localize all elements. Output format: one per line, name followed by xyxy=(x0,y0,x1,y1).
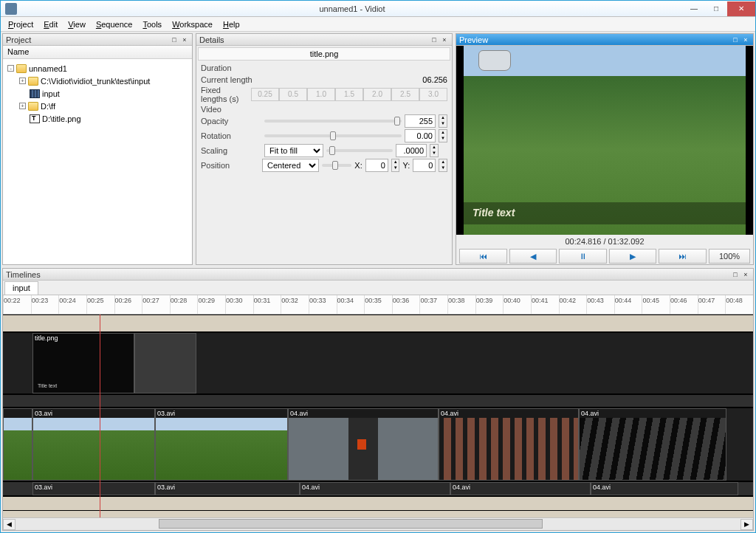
panel-max-icon[interactable]: □ xyxy=(170,35,179,44)
opacity-field[interactable]: 255 xyxy=(405,114,436,128)
video-clip[interactable]: 03.avi xyxy=(32,408,155,481)
video-clip[interactable]: 04.avi xyxy=(579,408,726,481)
scaling-spinner[interactable]: ▲▼ xyxy=(430,144,439,157)
x-field[interactable]: 0 xyxy=(365,159,388,172)
scroll-left-button[interactable]: ◀ xyxy=(3,519,16,530)
spacer-track[interactable] xyxy=(3,394,753,408)
minimize-button[interactable]: — xyxy=(683,1,705,16)
scaling-slider[interactable] xyxy=(326,149,393,152)
tree-item[interactable]: input xyxy=(6,87,189,100)
project-column-header[interactable]: Name xyxy=(3,46,192,59)
fixed-length-button[interactable]: 2.5 xyxy=(391,88,419,101)
tree-expand-icon[interactable]: - xyxy=(7,65,14,72)
ruler-tick: 00:37 xyxy=(419,295,447,314)
ruler-tick: 00:35 xyxy=(364,295,392,314)
video-clip[interactable]: 04.avi xyxy=(439,408,579,481)
panel-close-icon[interactable]: × xyxy=(741,35,750,44)
tree-item[interactable]: +C:\Vidiot\vidiot_trunk\test\input xyxy=(6,75,189,87)
panel-max-icon[interactable]: □ xyxy=(430,35,439,44)
position-slider[interactable] xyxy=(322,164,351,167)
audio-clip[interactable]: 04.avi xyxy=(450,482,591,495)
menu-project[interactable]: Project xyxy=(4,18,38,30)
clip-thumbnail xyxy=(156,418,287,480)
timeline-body[interactable]: title.png Title text 03.avi03.avi04.avi0… xyxy=(3,314,753,517)
transition-clip[interactable] xyxy=(134,333,196,393)
menu-help[interactable]: Help xyxy=(219,18,244,30)
video-section-label: Video xyxy=(201,105,447,114)
fixed-length-button[interactable]: 1.5 xyxy=(335,88,363,101)
fixed-length-button[interactable]: 1.0 xyxy=(307,88,335,101)
preview-panel-header[interactable]: Preview □ × xyxy=(456,34,753,46)
panel-close-icon[interactable]: × xyxy=(741,270,750,279)
goto-end-button[interactable]: ⏭ xyxy=(659,249,707,264)
current-length-label: Current length xyxy=(201,75,261,84)
rotation-field[interactable]: 0.00 xyxy=(405,129,436,142)
scaling-mode-select[interactable]: Fit to fill xyxy=(264,144,323,157)
audio-clip[interactable]: 03.avi xyxy=(155,482,300,495)
project-panel-header[interactable]: Project □ × xyxy=(3,34,192,46)
rotation-slider[interactable] xyxy=(264,134,402,137)
details-panel-header[interactable]: Details □ × xyxy=(196,34,452,46)
menu-tools[interactable]: Tools xyxy=(138,18,166,30)
close-button[interactable]: ✕ xyxy=(727,1,755,16)
play-pause-button[interactable]: ⏸ xyxy=(559,249,607,264)
panel-close-icon[interactable]: × xyxy=(440,35,449,44)
video-clip[interactable]: 03.avi xyxy=(155,408,288,481)
menu-view[interactable]: View xyxy=(63,18,90,30)
fixed-length-button[interactable]: 0.5 xyxy=(279,88,307,101)
y-spinner[interactable]: ▲▼ xyxy=(439,159,447,172)
timeline-scrollbar[interactable]: ◀ ▶ xyxy=(3,517,753,530)
ruler-tick: 00:42 xyxy=(559,295,587,314)
clip-label: 04.avi xyxy=(290,410,308,417)
audio-track[interactable]: 03.avi03.avi04.avi04.avi04.avi xyxy=(3,481,753,496)
project-tree[interactable]: -unnamed1+C:\Vidiot\vidiot_trunk\test\in… xyxy=(3,59,192,264)
tree-expand-icon[interactable]: + xyxy=(19,78,26,84)
opacity-slider[interactable] xyxy=(264,120,402,123)
menu-workspace[interactable]: Workspace xyxy=(168,18,217,30)
timelines-panel-header[interactable]: Timelines □ × xyxy=(3,269,753,281)
position-mode-select[interactable]: Centered xyxy=(262,159,319,172)
panel-close-icon[interactable]: × xyxy=(180,35,189,44)
timeline-tab-input[interactable]: input xyxy=(4,281,38,295)
fixed-length-button[interactable]: 3.0 xyxy=(419,88,447,101)
preview-zoom-display[interactable]: 100% xyxy=(709,249,750,264)
tree-item-label: unnamed1 xyxy=(29,64,67,73)
scroll-thumb[interactable] xyxy=(159,519,543,529)
audio-clip[interactable]: 03.avi xyxy=(32,482,155,495)
clip-label: 03.avi xyxy=(35,484,52,491)
title-track[interactable]: title.png Title text xyxy=(3,332,753,394)
timeline-ruler[interactable]: 00:2200:2300:2400:2500:2600:2700:2800:29… xyxy=(3,295,753,314)
goto-start-button[interactable]: ⏮ xyxy=(459,249,507,264)
rotation-spinner[interactable]: ▲▼ xyxy=(439,129,447,142)
playhead[interactable] xyxy=(100,314,100,517)
video-track[interactable]: 03.avi03.avi04.avi04.avi04.avi xyxy=(3,408,753,481)
panel-max-icon[interactable]: □ xyxy=(731,270,740,279)
preview-time-display: 00:24.816 / 01:32.092 xyxy=(456,235,753,248)
x-spinner[interactable]: ▲▼ xyxy=(391,159,400,172)
prev-frame-button[interactable]: ◀ xyxy=(509,249,557,264)
fixed-length-button[interactable]: 2.0 xyxy=(363,88,391,101)
tree-item[interactable]: +D:\ff xyxy=(6,100,189,112)
y-field[interactable]: 0 xyxy=(413,159,436,172)
tree-item[interactable]: D:\title.png xyxy=(6,112,189,125)
tree-expand-icon[interactable]: + xyxy=(19,103,26,109)
audio-clip[interactable]: 04.avi xyxy=(300,482,450,495)
menu-edit[interactable]: Edit xyxy=(39,18,62,30)
maximize-button[interactable]: □ xyxy=(705,1,727,16)
fixed-length-button[interactable]: 0.25 xyxy=(251,88,279,101)
ruler-tick: 00:33 xyxy=(309,295,337,314)
menu-sequence[interactable]: Sequence xyxy=(92,18,137,30)
ruler-tick: 00:44 xyxy=(614,295,642,314)
next-frame-button[interactable]: ▶ xyxy=(609,249,657,264)
clip-thumbnail xyxy=(580,418,726,480)
preview-video-frame[interactable]: Title text xyxy=(464,46,746,235)
title-clip[interactable]: title.png Title text xyxy=(32,333,134,393)
panel-max-icon[interactable]: □ xyxy=(731,35,740,44)
scaling-field[interactable]: .0000 xyxy=(396,144,427,157)
scroll-right-button[interactable]: ▶ xyxy=(740,519,753,530)
audio-clip[interactable]: 04.avi xyxy=(591,482,738,495)
opacity-spinner[interactable]: ▲▼ xyxy=(439,114,447,128)
video-clip[interactable] xyxy=(3,408,32,481)
video-clip[interactable]: 04.avi xyxy=(288,408,439,481)
tree-item[interactable]: -unnamed1 xyxy=(6,62,189,75)
